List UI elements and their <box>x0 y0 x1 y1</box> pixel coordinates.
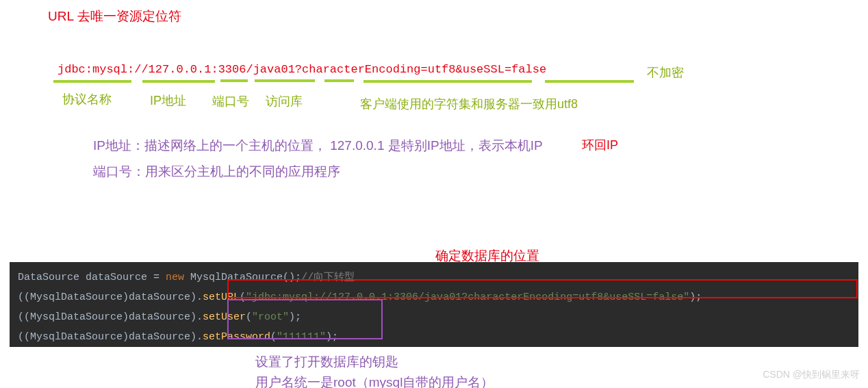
underline-db <box>255 79 315 82</box>
fn-setpassword: setPassword <box>203 331 270 343</box>
title-heading: URL 去唯一资源定位符 <box>48 8 181 25</box>
port-explanation: 端口号：用来区分主机上的不同的应用程序 <box>93 163 340 181</box>
close-paren: ); <box>689 292 702 303</box>
cast-expr: ((MysqlDataSource)dataSource). <box>18 292 203 303</box>
label-charset: 客户端使用的字符集和服务器一致用utf8 <box>360 96 578 112</box>
open-paren: ( <box>246 311 252 323</box>
paren-semi: (); <box>283 272 301 283</box>
ip-explanation: IP地址：描述网络上的一个主机的位置， 127.0.0.1 是特别IP地址，表示… <box>93 137 543 155</box>
keyword-new: new <box>166 272 190 283</box>
fn-setuser: setUser <box>203 311 246 323</box>
label-ip: IP地址 <box>150 92 186 109</box>
underline-port <box>220 79 248 82</box>
underline-protocol <box>53 80 131 83</box>
var-decl: dataSource = <box>86 272 166 283</box>
jdbc-url-string: jdbc:mysql://127.0.0.1:3306/java01?chara… <box>58 63 546 76</box>
cast-expr: ((MysqlDataSource)dataSource). <box>18 331 203 343</box>
code-line-2: ((MysqlDataSource)dataSource).setURL("jd… <box>18 287 850 307</box>
loop-ip-label: 环回IP <box>582 137 618 153</box>
code-line-4: ((MysqlDataSource)dataSource).setPasswor… <box>18 327 850 347</box>
comment-downcast: //向下转型 <box>301 272 355 283</box>
label-db: 访问库 <box>266 93 303 109</box>
underline-charset <box>363 80 532 83</box>
type-datasource: DataSource <box>18 272 86 283</box>
underline-db2 <box>324 79 354 82</box>
close-paren: ); <box>326 331 338 343</box>
open-paren: ( <box>240 292 246 303</box>
str-user: "root" <box>252 311 289 323</box>
str-password: "111111" <box>277 331 326 343</box>
underline-ssl <box>545 80 634 83</box>
open-paren: ( <box>270 331 277 343</box>
label-protocol: 协议名称 <box>62 91 112 107</box>
label-ssl: 不加密 <box>647 64 684 81</box>
code-block: DataSource dataSource = new MysqlDataSou… <box>10 262 858 347</box>
str-url: "jdbc:mysql://127.0.0.1:3306/java01?char… <box>246 292 689 303</box>
underline-ip <box>142 80 215 83</box>
key-annotation-1: 设置了打开数据库的钥匙 <box>255 353 398 371</box>
type-mysqlds: MysqlDataSource <box>190 272 283 283</box>
key-annotation-2: 用户名统一是root（mysql自带的用户名） <box>255 374 494 388</box>
fn-seturl: setURL <box>203 292 240 303</box>
code-line-1: DataSource dataSource = new MysqlDataSou… <box>18 268 850 287</box>
close-paren: ); <box>289 311 301 323</box>
code-line-3: ((MysqlDataSource)dataSource).setUser("r… <box>18 307 850 327</box>
cast-expr: ((MysqlDataSource)dataSource). <box>18 311 203 323</box>
watermark: CSDN @快到锅里来呀 <box>763 369 860 381</box>
label-port: 端口号 <box>212 93 249 109</box>
